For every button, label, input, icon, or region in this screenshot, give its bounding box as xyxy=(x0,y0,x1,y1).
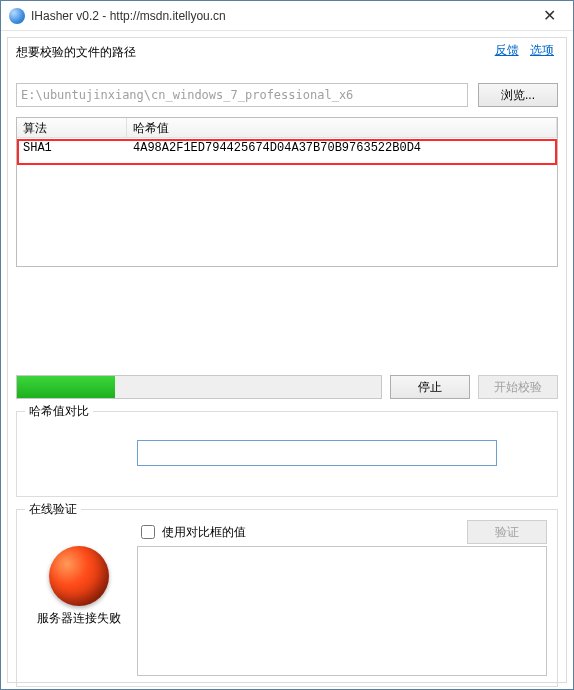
titlebar: IHasher v0.2 - http://msdn.itellyou.cn ✕ xyxy=(1,1,573,31)
column-algo[interactable]: 算法 xyxy=(17,118,127,137)
browse-button[interactable]: 浏览... xyxy=(478,83,558,107)
app-window: IHasher v0.2 - http://msdn.itellyou.cn ✕… xyxy=(0,0,574,690)
use-compare-checkbox-input[interactable] xyxy=(141,525,155,539)
online-group: 在线验证 使用对比框的值 验证 服务器连接失败 xyxy=(16,509,558,687)
app-icon xyxy=(9,8,25,24)
path-label: 想要校验的文件的路径 xyxy=(16,44,558,61)
window-title: IHasher v0.2 - http://msdn.itellyou.cn xyxy=(31,9,529,23)
use-compare-checkbox[interactable]: 使用对比框的值 xyxy=(137,522,459,542)
header-links: 反馈 选项 xyxy=(487,42,554,59)
progress-fill xyxy=(17,376,115,398)
column-hash[interactable]: 哈希值 xyxy=(127,118,557,137)
file-path-input[interactable] xyxy=(16,83,468,107)
options-link[interactable]: 选项 xyxy=(530,43,554,57)
listview-header: 算法 哈希值 xyxy=(17,118,557,138)
client-area: 想要校验的文件的路径 反馈 选项 浏览... 算法 哈希值 SHA1 4A98A… xyxy=(7,37,567,683)
online-result-textarea[interactable] xyxy=(137,546,547,676)
feedback-link[interactable]: 反馈 xyxy=(495,43,519,57)
online-legend: 在线验证 xyxy=(25,501,81,518)
verify-button: 验证 xyxy=(467,520,547,544)
hash-listview[interactable]: 算法 哈希值 SHA1 4A98A2F1ED794425674D04A37B70… xyxy=(16,117,558,267)
progress-bar xyxy=(16,375,382,399)
start-button: 开始校验 xyxy=(478,375,558,399)
compare-input[interactable] xyxy=(137,440,497,466)
status-indicator: 服务器连接失败 xyxy=(29,546,129,627)
red-orb-icon xyxy=(49,546,109,606)
cell-hash: 4A98A2F1ED794425674D04A37B70B9763522B0D4 xyxy=(127,139,557,157)
compare-legend: 哈希值对比 xyxy=(25,403,93,420)
compare-group: 哈希值对比 xyxy=(16,411,558,497)
table-row[interactable]: SHA1 4A98A2F1ED794425674D04A37B70B976352… xyxy=(17,138,557,158)
close-button[interactable]: ✕ xyxy=(529,2,569,30)
stop-button[interactable]: 停止 xyxy=(390,375,470,399)
use-compare-label: 使用对比框的值 xyxy=(162,524,246,541)
cell-algo: SHA1 xyxy=(17,139,127,157)
status-text: 服务器连接失败 xyxy=(29,610,129,627)
